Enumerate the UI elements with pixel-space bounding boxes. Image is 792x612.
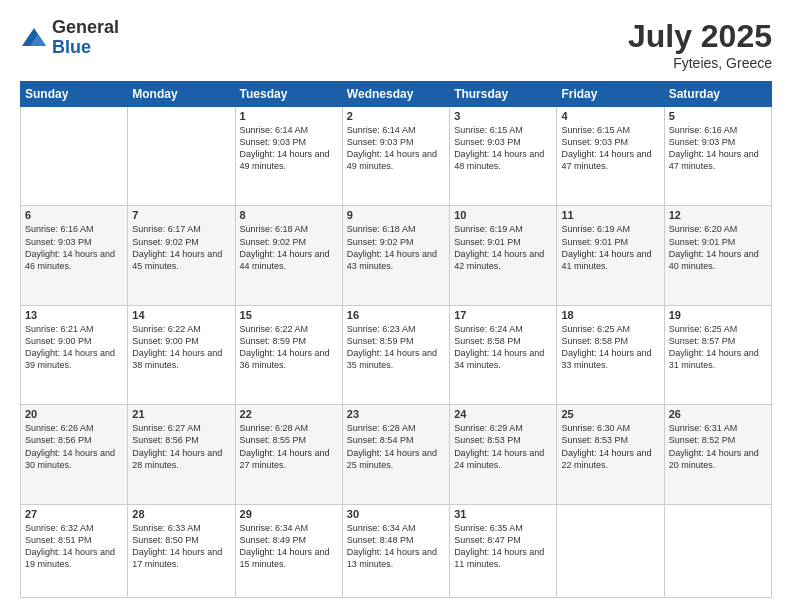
day-number: 9 xyxy=(347,209,445,221)
day-info: Sunrise: 6:18 AM Sunset: 9:02 PM Dayligh… xyxy=(347,223,445,272)
day-number: 14 xyxy=(132,309,230,321)
table-row: 6Sunrise: 6:16 AM Sunset: 9:03 PM Daylig… xyxy=(21,206,128,305)
day-number: 16 xyxy=(347,309,445,321)
day-info: Sunrise: 6:34 AM Sunset: 8:49 PM Dayligh… xyxy=(240,522,338,571)
calendar-week-row: 6Sunrise: 6:16 AM Sunset: 9:03 PM Daylig… xyxy=(21,206,772,305)
day-number: 23 xyxy=(347,408,445,420)
col-saturday: Saturday xyxy=(664,82,771,107)
table-row xyxy=(664,504,771,597)
day-number: 3 xyxy=(454,110,552,122)
title-block: July 2025 Fyteies, Greece xyxy=(628,18,772,71)
table-row: 30Sunrise: 6:34 AM Sunset: 8:48 PM Dayli… xyxy=(342,504,449,597)
col-friday: Friday xyxy=(557,82,664,107)
table-row: 16Sunrise: 6:23 AM Sunset: 8:59 PM Dayli… xyxy=(342,305,449,404)
month-year: July 2025 xyxy=(628,18,772,55)
day-number: 17 xyxy=(454,309,552,321)
day-info: Sunrise: 6:31 AM Sunset: 8:52 PM Dayligh… xyxy=(669,422,767,471)
day-number: 29 xyxy=(240,508,338,520)
calendar-week-row: 20Sunrise: 6:26 AM Sunset: 8:56 PM Dayli… xyxy=(21,405,772,504)
day-info: Sunrise: 6:14 AM Sunset: 9:03 PM Dayligh… xyxy=(347,124,445,173)
table-row: 17Sunrise: 6:24 AM Sunset: 8:58 PM Dayli… xyxy=(450,305,557,404)
day-number: 15 xyxy=(240,309,338,321)
table-row: 18Sunrise: 6:25 AM Sunset: 8:58 PM Dayli… xyxy=(557,305,664,404)
day-info: Sunrise: 6:16 AM Sunset: 9:03 PM Dayligh… xyxy=(669,124,767,173)
day-number: 22 xyxy=(240,408,338,420)
day-info: Sunrise: 6:19 AM Sunset: 9:01 PM Dayligh… xyxy=(454,223,552,272)
table-row: 24Sunrise: 6:29 AM Sunset: 8:53 PM Dayli… xyxy=(450,405,557,504)
logo-general-text: General xyxy=(52,18,119,38)
day-info: Sunrise: 6:35 AM Sunset: 8:47 PM Dayligh… xyxy=(454,522,552,571)
day-info: Sunrise: 6:21 AM Sunset: 9:00 PM Dayligh… xyxy=(25,323,123,372)
day-info: Sunrise: 6:16 AM Sunset: 9:03 PM Dayligh… xyxy=(25,223,123,272)
day-number: 31 xyxy=(454,508,552,520)
table-row: 2Sunrise: 6:14 AM Sunset: 9:03 PM Daylig… xyxy=(342,107,449,206)
table-row: 26Sunrise: 6:31 AM Sunset: 8:52 PM Dayli… xyxy=(664,405,771,504)
day-number: 2 xyxy=(347,110,445,122)
table-row xyxy=(557,504,664,597)
col-thursday: Thursday xyxy=(450,82,557,107)
table-row: 31Sunrise: 6:35 AM Sunset: 8:47 PM Dayli… xyxy=(450,504,557,597)
day-info: Sunrise: 6:32 AM Sunset: 8:51 PM Dayligh… xyxy=(25,522,123,571)
table-row: 3Sunrise: 6:15 AM Sunset: 9:03 PM Daylig… xyxy=(450,107,557,206)
calendar-week-row: 27Sunrise: 6:32 AM Sunset: 8:51 PM Dayli… xyxy=(21,504,772,597)
day-number: 10 xyxy=(454,209,552,221)
table-row: 29Sunrise: 6:34 AM Sunset: 8:49 PM Dayli… xyxy=(235,504,342,597)
logo-blue-text: Blue xyxy=(52,38,119,58)
table-row: 10Sunrise: 6:19 AM Sunset: 9:01 PM Dayli… xyxy=(450,206,557,305)
day-info: Sunrise: 6:30 AM Sunset: 8:53 PM Dayligh… xyxy=(561,422,659,471)
day-number: 25 xyxy=(561,408,659,420)
day-number: 28 xyxy=(132,508,230,520)
header: General Blue July 2025 Fyteies, Greece xyxy=(20,18,772,71)
calendar-header-row: Sunday Monday Tuesday Wednesday Thursday… xyxy=(21,82,772,107)
day-number: 30 xyxy=(347,508,445,520)
table-row: 15Sunrise: 6:22 AM Sunset: 8:59 PM Dayli… xyxy=(235,305,342,404)
day-info: Sunrise: 6:18 AM Sunset: 9:02 PM Dayligh… xyxy=(240,223,338,272)
table-row: 25Sunrise: 6:30 AM Sunset: 8:53 PM Dayli… xyxy=(557,405,664,504)
col-sunday: Sunday xyxy=(21,82,128,107)
logo: General Blue xyxy=(20,18,119,58)
table-row: 13Sunrise: 6:21 AM Sunset: 9:00 PM Dayli… xyxy=(21,305,128,404)
table-row: 19Sunrise: 6:25 AM Sunset: 8:57 PM Dayli… xyxy=(664,305,771,404)
calendar-week-row: 1Sunrise: 6:14 AM Sunset: 9:03 PM Daylig… xyxy=(21,107,772,206)
day-info: Sunrise: 6:27 AM Sunset: 8:56 PM Dayligh… xyxy=(132,422,230,471)
day-number: 12 xyxy=(669,209,767,221)
day-number: 6 xyxy=(25,209,123,221)
table-row: 23Sunrise: 6:28 AM Sunset: 8:54 PM Dayli… xyxy=(342,405,449,504)
location: Fyteies, Greece xyxy=(628,55,772,71)
day-info: Sunrise: 6:28 AM Sunset: 8:54 PM Dayligh… xyxy=(347,422,445,471)
table-row: 1Sunrise: 6:14 AM Sunset: 9:03 PM Daylig… xyxy=(235,107,342,206)
col-monday: Monday xyxy=(128,82,235,107)
page: General Blue July 2025 Fyteies, Greece S… xyxy=(0,0,792,612)
table-row: 20Sunrise: 6:26 AM Sunset: 8:56 PM Dayli… xyxy=(21,405,128,504)
table-row: 5Sunrise: 6:16 AM Sunset: 9:03 PM Daylig… xyxy=(664,107,771,206)
table-row xyxy=(128,107,235,206)
table-row: 27Sunrise: 6:32 AM Sunset: 8:51 PM Dayli… xyxy=(21,504,128,597)
day-info: Sunrise: 6:15 AM Sunset: 9:03 PM Dayligh… xyxy=(454,124,552,173)
table-row xyxy=(21,107,128,206)
table-row: 12Sunrise: 6:20 AM Sunset: 9:01 PM Dayli… xyxy=(664,206,771,305)
table-row: 14Sunrise: 6:22 AM Sunset: 9:00 PM Dayli… xyxy=(128,305,235,404)
table-row: 28Sunrise: 6:33 AM Sunset: 8:50 PM Dayli… xyxy=(128,504,235,597)
table-row: 9Sunrise: 6:18 AM Sunset: 9:02 PM Daylig… xyxy=(342,206,449,305)
table-row: 11Sunrise: 6:19 AM Sunset: 9:01 PM Dayli… xyxy=(557,206,664,305)
logo-text: General Blue xyxy=(52,18,119,58)
day-number: 1 xyxy=(240,110,338,122)
day-info: Sunrise: 6:14 AM Sunset: 9:03 PM Dayligh… xyxy=(240,124,338,173)
col-tuesday: Tuesday xyxy=(235,82,342,107)
calendar-table: Sunday Monday Tuesday Wednesday Thursday… xyxy=(20,81,772,598)
day-number: 26 xyxy=(669,408,767,420)
day-number: 8 xyxy=(240,209,338,221)
day-info: Sunrise: 6:25 AM Sunset: 8:57 PM Dayligh… xyxy=(669,323,767,372)
day-number: 27 xyxy=(25,508,123,520)
day-info: Sunrise: 6:15 AM Sunset: 9:03 PM Dayligh… xyxy=(561,124,659,173)
day-number: 11 xyxy=(561,209,659,221)
day-number: 13 xyxy=(25,309,123,321)
day-info: Sunrise: 6:24 AM Sunset: 8:58 PM Dayligh… xyxy=(454,323,552,372)
day-info: Sunrise: 6:20 AM Sunset: 9:01 PM Dayligh… xyxy=(669,223,767,272)
day-info: Sunrise: 6:28 AM Sunset: 8:55 PM Dayligh… xyxy=(240,422,338,471)
day-info: Sunrise: 6:23 AM Sunset: 8:59 PM Dayligh… xyxy=(347,323,445,372)
logo-icon xyxy=(20,24,48,52)
day-info: Sunrise: 6:34 AM Sunset: 8:48 PM Dayligh… xyxy=(347,522,445,571)
day-number: 4 xyxy=(561,110,659,122)
day-number: 7 xyxy=(132,209,230,221)
